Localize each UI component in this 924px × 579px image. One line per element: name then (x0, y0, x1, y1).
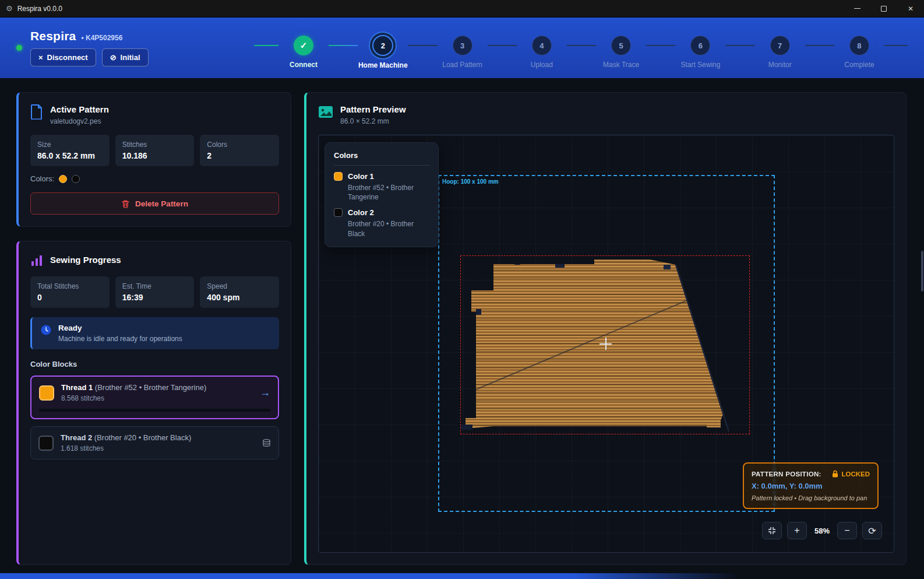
thread-block-2[interactable]: Thread 2 (Brother #20 • Brother Black) 1… (30, 426, 279, 459)
stat-value: 400 spm (207, 293, 272, 302)
disconnect-button[interactable]: × Disconnect (30, 48, 96, 66)
step-connector (408, 45, 437, 46)
stat-value: 10.186 (122, 151, 188, 160)
maximize-icon (881, 6, 887, 12)
step-label: Mask Trace (603, 61, 639, 69)
thread-name: Thread 1 (61, 383, 93, 392)
step-number: 5 (611, 36, 631, 55)
thread-stitch-count: 1.618 stitches (61, 444, 255, 452)
card-title: Active Pattern (50, 104, 109, 114)
position-title: PATTERN POSITION: (752, 471, 821, 478)
step-connector (646, 45, 675, 46)
thread-name: Thread 2 (61, 433, 92, 442)
zoom-in-button[interactable]: + (787, 522, 807, 539)
step-label: Home Machine (358, 61, 408, 69)
pattern-preview-card: Pattern Preview 86.0 × 52.2 mm Hoop: 100… (304, 92, 907, 565)
footer-accent-strip (0, 573, 924, 579)
zoom-out-button[interactable]: − (837, 522, 857, 539)
legend-color-detail: Brother #20 • Brother Black (348, 219, 429, 238)
clock-icon (40, 324, 52, 336)
step-label: Start Sewing (680, 61, 720, 69)
step-number: 4 (532, 36, 552, 55)
zoom-controls: + 58% − ⟳ (762, 522, 882, 539)
titlebar: ⚙ Respira v0.0.0 ✕ (0, 0, 924, 17)
step-connector (884, 45, 908, 46)
connection-status-dot (16, 45, 22, 51)
stat-label: Speed (207, 282, 272, 290)
window-scrollbar-thumb[interactable] (921, 251, 923, 292)
preview-canvas[interactable]: Hoop: 100 x 100 mm (318, 135, 894, 553)
minimize-button[interactable] (844, 0, 870, 17)
position-coordinates: X: 0.0mm, Y: 0.0mm (752, 482, 870, 490)
step-label: Monitor (768, 61, 792, 69)
step-upload[interactable]: 4 Upload (517, 36, 567, 69)
card-title: Sewing Progress (50, 255, 121, 265)
stat-value: 2 (207, 151, 272, 160)
window-title: Respira v0.0.0 (17, 5, 62, 13)
disconnect-icon: × (38, 54, 43, 61)
initial-button[interactable]: ⊘ Initial (102, 48, 149, 66)
step-label: Upload (531, 61, 553, 69)
colors-label: Colors: (30, 174, 54, 183)
app-header: Respira • K4P502956 × Disconnect ⊘ Initi… (0, 17, 924, 78)
step-connector (329, 45, 358, 46)
minus-icon: − (844, 525, 849, 536)
step-connector (805, 45, 834, 46)
step-load-pattern[interactable]: 3 Load Pattern (438, 36, 488, 69)
layers-icon (262, 438, 271, 447)
preview-dimensions: 86.0 × 52.2 mm (340, 117, 406, 125)
close-button[interactable]: ✕ (897, 0, 924, 17)
stat-value: 0 (37, 293, 103, 302)
fit-view-icon (768, 527, 776, 535)
position-hint: Pattern locked • Drag background to pan (752, 494, 870, 501)
step-number: 3 (453, 36, 472, 55)
stat-value: 86.0 x 52.2 mm (37, 151, 103, 160)
legend-item-color-1: Color 1 Brother #52 • Brother Tangerine (334, 172, 429, 202)
thread-block-1[interactable]: Thread 1 (Brother #52 • Brother Tangerin… (30, 376, 279, 419)
plus-icon: + (794, 525, 799, 536)
stat-colors: Colors 2 (200, 135, 279, 166)
app-icon: ⚙ (6, 5, 13, 12)
step-start-sewing[interactable]: 6 Start Sewing (675, 36, 725, 69)
color-swatch-orange (59, 175, 67, 183)
hoop-label: Hoop: 100 x 100 mm (442, 178, 499, 185)
step-home-machine[interactable]: 2 Home Machine (358, 36, 408, 69)
step-monitor[interactable]: 7 Monitor (755, 36, 805, 69)
step-connector (254, 45, 278, 46)
initial-label: Initial (121, 53, 140, 62)
legend-color-name: Color 2 (348, 208, 374, 217)
color-swatch-black (72, 175, 80, 183)
center-crosshair-icon (599, 338, 612, 350)
step-connect[interactable]: ✓ Connect (278, 36, 329, 69)
stat-speed: Speed 400 spm (200, 276, 279, 308)
step-complete[interactable]: 8 Complete (834, 36, 884, 69)
legend-color-swatch (334, 172, 343, 181)
machine-serial: • K4P502956 (81, 34, 122, 42)
status-text: Machine is idle and ready for operations (58, 335, 182, 343)
colors-legend: Colors Color 1 Brother #52 • Brother Tan… (325, 142, 439, 247)
delete-pattern-button[interactable]: Delete Pattern (30, 192, 279, 215)
bar-chart-icon (30, 254, 43, 267)
step-mask-trace[interactable]: 5 Mask Trace (596, 36, 646, 69)
legend-title: Colors (334, 151, 429, 166)
workflow-stepper: ✓ Connect 2 Home Machine 3 Load Pattern … (254, 26, 908, 69)
step-connector (567, 45, 596, 46)
machine-status-banner: Ready Machine is idle and ready for oper… (30, 317, 279, 349)
thread-stitch-count: 8.568 stitches (61, 394, 253, 402)
step-number: 7 (770, 36, 790, 55)
stat-label: Est. Time (122, 282, 188, 290)
thread-color-swatch (39, 385, 54, 401)
stat-value: 16:39 (122, 293, 188, 302)
thread-progress-bar (39, 409, 270, 412)
maximize-button[interactable] (870, 0, 897, 17)
refresh-view-button[interactable]: ⟳ (862, 522, 882, 539)
refresh-icon: ⟳ (868, 525, 876, 536)
locked-label: LOCKED (841, 471, 870, 478)
status-title: Ready (58, 324, 182, 332)
close-icon: ✕ (908, 5, 914, 13)
active-pattern-card: Active Pattern valetudogv2.pes Size 86.0… (16, 92, 291, 227)
step-label: Load Pattern (442, 61, 482, 69)
stat-est-time: Est. Time 16:39 (115, 276, 195, 308)
step-number: 6 (690, 36, 710, 55)
fit-to-view-button[interactable] (762, 522, 782, 539)
